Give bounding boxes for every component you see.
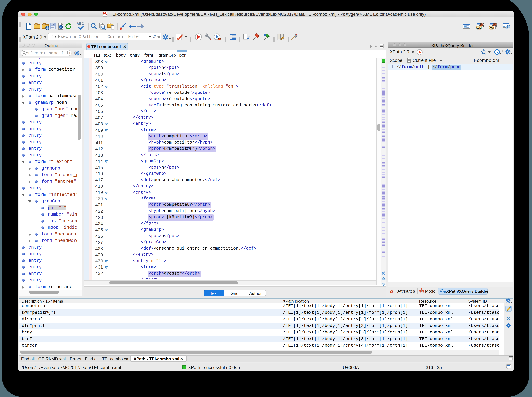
svg-text:XQ: XQ [489,26,493,29]
svg-text:XSLT: XSLT [476,26,482,29]
